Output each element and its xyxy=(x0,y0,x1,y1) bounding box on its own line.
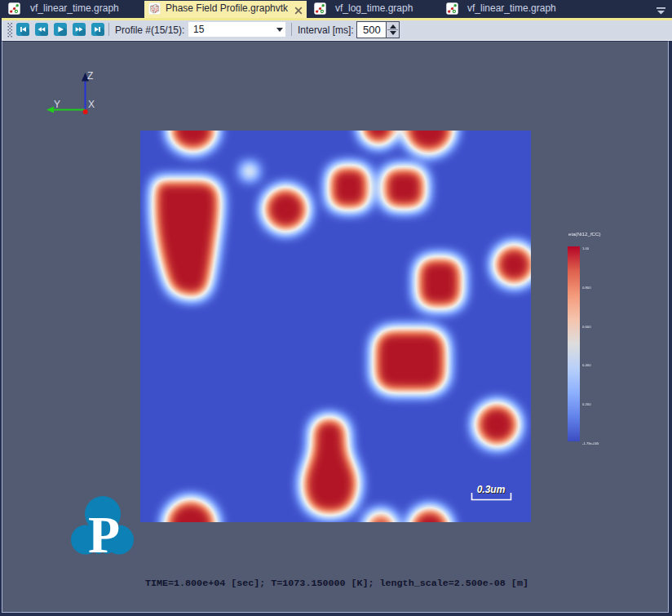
svg-text:Y: Y xyxy=(54,99,60,110)
svg-text:Z: Z xyxy=(87,70,93,82)
svg-text:X: X xyxy=(88,99,95,110)
svg-text:P: P xyxy=(88,506,120,559)
